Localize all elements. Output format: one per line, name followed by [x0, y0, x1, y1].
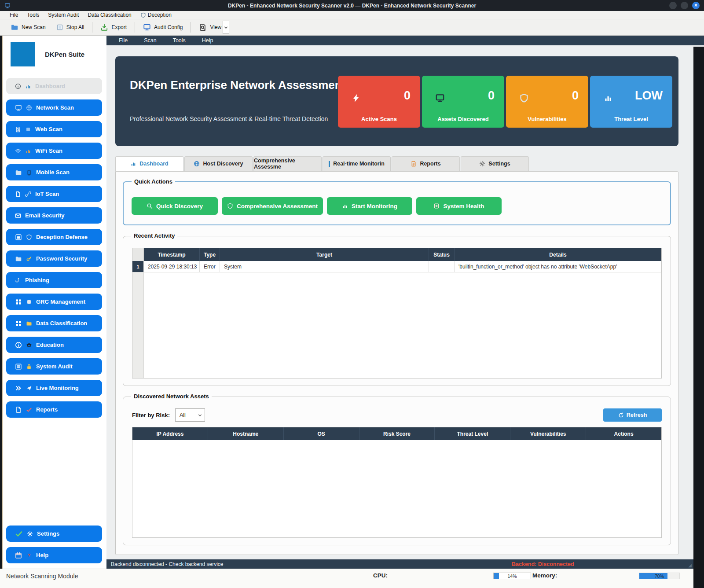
cell-details: 'builtin_function_or_method' object has … — [455, 261, 661, 272]
search-document-icon — [199, 23, 207, 31]
sidebar-item-data-classification[interactable]: Data Classification — [6, 315, 102, 331]
sidebar-item-reports[interactable]: Reports — [6, 401, 102, 418]
stat-card-active-scans: 0 Active Scans — [338, 76, 420, 128]
sidebar-item-email-security[interactable]: Email Security — [6, 207, 102, 224]
sidebar-item-help[interactable]: ? Help — [6, 547, 102, 563]
brand-name: DKPen Suite — [45, 51, 84, 58]
monitor-icon — [435, 93, 445, 103]
tab-label: Comprehensive Assessme — [254, 158, 321, 170]
sidebar-item-network-scan[interactable]: Network Scan — [6, 99, 102, 116]
window-body: DKPen Suite Dashboard Network Scan Web S… — [0, 36, 704, 569]
menu-tools[interactable]: Tools — [22, 11, 44, 19]
sidebar-item-education[interactable]: Education — [6, 337, 102, 353]
inner-menu-file[interactable]: File — [119, 37, 128, 44]
memory-label: Memory: — [532, 572, 557, 579]
gear-icon — [27, 531, 33, 537]
refresh-button[interactable]: Refresh — [603, 408, 662, 422]
tab-bar: Dashboard Host Discovery Comprehensive A… — [115, 156, 678, 171]
system-health-button[interactable]: System Health — [416, 197, 502, 215]
tab-dashboard[interactable]: Dashboard — [115, 156, 183, 171]
menu-deception[interactable]: Deception — [136, 11, 176, 19]
tab-settings[interactable]: Settings — [461, 156, 529, 171]
risk-filter-select[interactable]: All — [175, 408, 205, 422]
assets-table-header: IP Address Hostname OS Risk Score Threat… — [132, 427, 662, 440]
group-title: Quick Actions — [132, 178, 175, 185]
column-header[interactable]: IP Address — [132, 427, 208, 440]
tab-label: Reports — [420, 161, 440, 167]
tab-realtime-monitoring[interactable]: Real-time Monitorin — [323, 156, 391, 171]
column-header[interactable]: Hostname — [208, 427, 284, 440]
column-header[interactable]: Target — [220, 248, 429, 261]
tab-comprehensive-assessment[interactable]: Comprehensive Assessme — [253, 156, 322, 171]
sidebar-item-settings[interactable]: Settings — [6, 526, 102, 542]
audit-config-button[interactable]: Audit Config — [138, 22, 188, 33]
assets-table-empty-area — [132, 440, 662, 538]
graduation-cap-icon — [26, 342, 32, 348]
stat-label: Active Scans — [338, 116, 420, 122]
web-scan-icon — [15, 126, 21, 132]
stop-all-button[interactable]: Stop All — [51, 22, 90, 33]
menu-file[interactable]: File — [5, 11, 22, 19]
column-header[interactable]: Details — [455, 248, 661, 261]
sidebar-item-web-scan[interactable]: Web Scan — [6, 121, 102, 137]
sidebar-item-password-security[interactable]: Password Security — [6, 250, 102, 267]
comprehensive-assessment-button[interactable]: Comprehensive Assessment — [222, 197, 323, 215]
tab-host-discovery[interactable]: Host Discovery — [184, 156, 253, 171]
row-number-header — [132, 248, 144, 261]
export-button[interactable]: Export — [95, 22, 132, 33]
inner-menu-scan[interactable]: Scan — [144, 37, 157, 44]
tab-reports[interactable]: Reports — [392, 156, 460, 171]
inner-menu-tools[interactable]: Tools — [173, 37, 186, 44]
maximize-button[interactable] — [681, 2, 688, 9]
row-number: 1 — [132, 261, 144, 272]
new-scan-button[interactable]: New Scan — [5, 22, 51, 33]
sidebar-item-live-monitoring[interactable]: Live Monitoring — [6, 380, 102, 396]
close-button[interactable]: × — [692, 2, 700, 9]
new-scan-label: New Scan — [22, 24, 46, 30]
folder-icon — [26, 320, 32, 327]
menu-system-audit[interactable]: System Audit — [44, 11, 83, 19]
sidebar-item-label: Help — [36, 552, 48, 559]
toolbar-separator — [135, 22, 135, 33]
menu-data-classification[interactable]: Data Classification — [83, 11, 136, 19]
magnifier-icon — [147, 203, 153, 209]
sidebar-item-mobile-scan[interactable]: Mobile Scan — [6, 164, 102, 180]
satellite-icon — [26, 385, 32, 391]
sidebar-item-label: Data Classification — [36, 320, 87, 327]
column-header[interactable]: OS — [284, 427, 359, 440]
table-row[interactable]: 1 2025-09-29 18:30:13 Error System 'buil… — [132, 261, 661, 272]
sidebar-item-system-audit[interactable]: System Audit — [6, 358, 102, 375]
sidebar-item-wifi-scan[interactable]: WiFi Scan — [6, 143, 102, 159]
inner-menu-help[interactable]: Help — [202, 37, 213, 44]
column-header[interactable]: Status — [429, 248, 455, 261]
sidebar-item-phishing[interactable]: Phishing — [6, 272, 102, 288]
sidebar-item-iot-scan[interactable]: IoT Scan — [6, 186, 102, 202]
view-dropdown-caret[interactable] — [223, 21, 229, 34]
sidebar-item-grc-management[interactable]: GRC Management — [6, 294, 102, 310]
menu-deception-label: Deception — [148, 12, 172, 18]
sidebar-item-label: System Audit — [36, 363, 73, 370]
column-header[interactable]: Actions — [586, 427, 661, 440]
stat-label: Vulnerabilities — [506, 116, 588, 122]
column-header[interactable]: Vulnerabilities — [510, 427, 586, 440]
view-button[interactable]: View — [194, 22, 222, 33]
stat-card-vulnerabilities: 0 Vulnerabilities — [506, 76, 588, 128]
sidebar-item-dashboard[interactable]: Dashboard — [6, 78, 102, 94]
resize-grip[interactable]: ◢ — [688, 563, 692, 568]
group-title: Recent Activity — [131, 232, 177, 239]
app-icon — [4, 3, 11, 9]
column-header[interactable]: Risk Score — [359, 427, 435, 440]
tab-label: Dashboard — [139, 161, 168, 167]
button-label: Comprehensive Assessment — [237, 203, 318, 209]
column-header[interactable]: Threat Level — [435, 427, 510, 440]
menubar: File Tools System Audit Data Classificat… — [0, 11, 704, 19]
column-header[interactable]: Timestamp — [144, 248, 200, 261]
sidebar-item-deception-defense[interactable]: Deception Defense — [6, 229, 102, 245]
bar-chart-icon — [603, 93, 613, 103]
quick-discovery-button[interactable]: Quick Discovery — [132, 197, 218, 215]
hero-subtitle: Professional Network Security Assessment… — [130, 115, 328, 122]
minimize-button[interactable] — [669, 2, 677, 9]
cpu-progress-bar: 14% — [493, 573, 531, 579]
column-header[interactable]: Type — [200, 248, 220, 261]
start-monitoring-button[interactable]: Start Monitoring — [327, 197, 412, 215]
